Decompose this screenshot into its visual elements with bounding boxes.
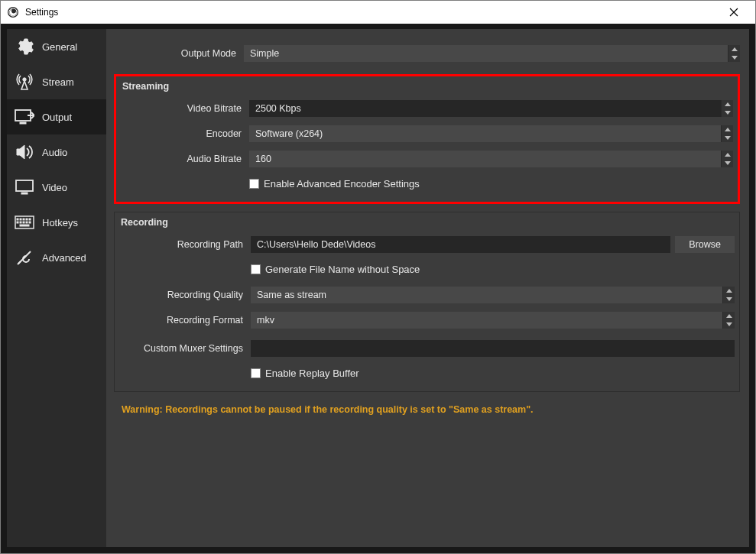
window-title: Settings — [25, 7, 58, 18]
svg-rect-10 — [23, 219, 24, 220]
recording-path-value: C:\Users\Hello Dede\Videos — [257, 239, 375, 250]
sidebar-item-audio[interactable]: Audio — [7, 134, 106, 170]
svg-rect-6 — [21, 193, 28, 194]
sidebar-item-label: Advanced — [42, 252, 86, 264]
titlebar: Settings — [1, 1, 755, 24]
advanced-encoder-label: Enable Advanced Encoder Settings — [264, 178, 420, 190]
settings-window: Settings General Stream — [0, 0, 756, 554]
sidebar-item-general[interactable]: General — [7, 29, 106, 64]
gen-filename-label: Generate File Name without Space — [265, 264, 420, 275]
sidebar-item-label: Audio — [42, 147, 67, 158]
spinner-buttons[interactable] — [722, 312, 735, 329]
gen-filename-checkbox[interactable] — [251, 264, 261, 274]
sidebar-item-advanced[interactable]: Advanced — [7, 240, 106, 275]
svg-rect-18 — [20, 225, 29, 226]
svg-rect-17 — [29, 222, 31, 223]
close-button[interactable] — [719, 2, 749, 23]
muxer-label: Custom Muxer Settings — [119, 343, 251, 354]
sidebar-item-video[interactable]: Video — [7, 170, 106, 205]
keyboard-icon — [15, 212, 34, 232]
sidebar-item-label: Output — [42, 112, 72, 123]
svg-rect-11 — [26, 219, 28, 220]
recording-quality-dropdown[interactable]: Same as stream — [251, 287, 735, 303]
encoder-value: Software (x264) — [249, 125, 721, 142]
muxer-input[interactable] — [251, 340, 735, 357]
svg-rect-12 — [29, 219, 31, 220]
svg-rect-9 — [20, 219, 21, 220]
encoder-label: Encoder — [121, 128, 249, 139]
recording-format-label: Recording Format — [119, 315, 251, 326]
output-panel: Output Mode Simple Streaming Video Bitra… — [106, 29, 749, 547]
video-bitrate-spinner[interactable]: 2500 Kbps — [249, 100, 733, 117]
recording-path-label: Recording Path — [119, 239, 251, 250]
warning-text: Warning: Recordings cannot be paused if … — [122, 404, 740, 415]
sidebar-item-label: Hotkeys — [42, 217, 78, 228]
audio-bitrate-value: 160 — [249, 151, 721, 167]
sidebar-item-stream[interactable]: Stream — [7, 64, 106, 99]
speaker-icon — [15, 142, 34, 162]
spinner-buttons[interactable] — [728, 45, 740, 62]
svg-rect-8 — [17, 219, 18, 220]
recording-section-title: Recording — [119, 214, 735, 229]
recording-format-dropdown[interactable]: mkv — [251, 312, 735, 329]
recording-path-input[interactable]: C:\Users\Hello Dede\Videos — [251, 236, 670, 253]
video-bitrate-value: 2500 Kbps — [249, 100, 721, 117]
svg-rect-4 — [20, 122, 26, 124]
recording-section: Recording Recording Path C:\Users\Hello … — [114, 212, 740, 392]
streaming-section: Streaming Video Bitrate 2500 Kbps — [114, 74, 740, 204]
obs-logo-icon — [7, 6, 19, 18]
recording-format-value: mkv — [251, 312, 722, 329]
sidebar: General Stream Output Audio — [7, 29, 106, 547]
audio-bitrate-dropdown[interactable]: 160 — [249, 151, 733, 167]
svg-rect-15 — [23, 222, 24, 223]
monitor-icon — [15, 177, 34, 197]
browse-button[interactable]: Browse — [675, 236, 735, 253]
svg-rect-14 — [20, 222, 21, 223]
replay-buffer-label: Enable Replay Buffer — [265, 368, 359, 379]
recording-quality-value: Same as stream — [251, 287, 722, 303]
spinner-buttons[interactable] — [722, 287, 735, 303]
tools-icon — [15, 248, 34, 267]
sidebar-item-label: Video — [42, 182, 67, 193]
spinner-buttons[interactable] — [721, 100, 733, 117]
antenna-icon — [15, 72, 34, 92]
advanced-encoder-checkbox[interactable] — [249, 179, 259, 189]
output-screen-icon — [15, 107, 34, 127]
svg-rect-13 — [17, 222, 18, 223]
sidebar-item-label: General — [42, 41, 77, 53]
video-bitrate-label: Video Bitrate — [121, 103, 249, 114]
sidebar-item-hotkeys[interactable]: Hotkeys — [7, 205, 106, 240]
spinner-buttons[interactable] — [721, 125, 733, 142]
recording-quality-label: Recording Quality — [119, 290, 251, 300]
output-mode-value: Simple — [244, 45, 728, 62]
content-area: General Stream Output Audio — [1, 24, 755, 553]
replay-buffer-checkbox[interactable] — [251, 368, 261, 378]
sidebar-item-label: Stream — [42, 76, 74, 88]
audio-bitrate-label: Audio Bitrate — [121, 154, 249, 164]
output-mode-label: Output Mode — [106, 48, 244, 59]
gear-icon — [15, 37, 34, 57]
sidebar-item-output[interactable]: Output — [7, 99, 106, 134]
svg-rect-5 — [16, 180, 33, 191]
streaming-section-title: Streaming — [121, 78, 733, 93]
encoder-dropdown[interactable]: Software (x264) — [249, 125, 733, 142]
svg-rect-16 — [26, 222, 28, 223]
output-mode-dropdown[interactable]: Simple — [244, 45, 740, 62]
spinner-buttons[interactable] — [721, 151, 733, 167]
